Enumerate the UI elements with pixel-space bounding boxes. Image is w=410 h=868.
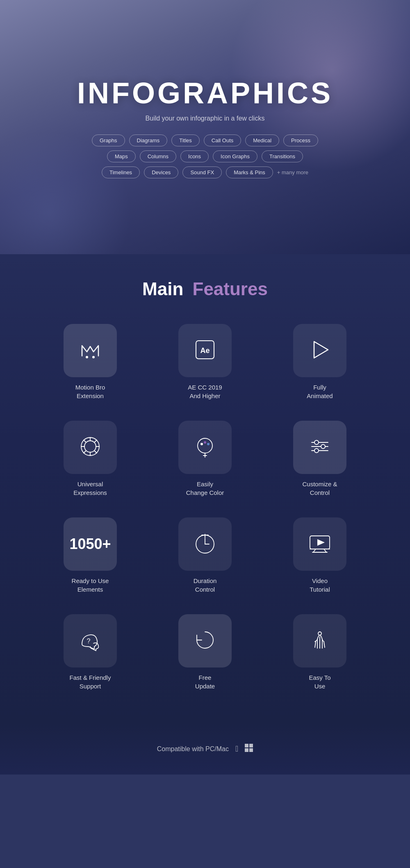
feature-item-customize-control: Customize &Control [275,421,365,497]
svg-line-13 [84,451,86,453]
feature-label-change-color: EasilyChange Color [186,480,224,497]
features-section: Main Features Motion BroExtension Ae AE … [0,254,410,723]
svg-point-15 [198,438,212,453]
apple-icon:  [235,744,238,754]
free-update-icon [193,628,217,654]
svg-line-43 [315,642,316,647]
feature-item-video-tutorial: VideoTutorial [275,517,365,594]
svg-line-12 [94,451,97,453]
feature-label-fast-support: Fast & FriendlySupport [70,673,111,690]
svg-rect-46 [245,744,248,747]
svg-line-36 [324,549,326,552]
tag-item[interactable]: Columns [140,150,176,162]
feature-icon-box-free-update [178,614,232,668]
feature-icon-box-video-tutorial [293,517,346,571]
svg-point-16 [200,443,203,445]
svg-point-26 [314,449,319,453]
compatible-text: Compatible with PC/Mac [157,745,229,753]
tag-item[interactable]: Transitions [262,150,303,162]
feature-icon-box-fast-support: ? [64,614,117,668]
svg-point-18 [207,443,210,445]
feature-label-duration-control: DurationControl [194,576,217,594]
svg-line-35 [313,549,316,552]
svg-line-14 [94,440,97,442]
customize-control-icon [308,434,332,460]
feature-label-easy-to-use: Easy ToUse [309,673,330,690]
tag-item[interactable]: Medical [245,134,279,146]
ae-cc-icon: Ae [193,337,217,364]
tags-row-2: MapsColumnsIconsIcon GraphsTransitions [107,150,303,162]
feature-icon-box-fully-animated [293,324,346,377]
feature-label-video-tutorial: VideoTutorial [310,576,330,594]
feature-item-ae-cc: Ae AE CC 2019And Higher [160,324,250,400]
compatible-section: Compatible with PC/Mac  [0,723,410,775]
fast-support-icon: ? [78,628,102,654]
feature-icon-box-customize-control [293,421,346,474]
windows-icon [245,744,253,754]
svg-line-11 [84,440,86,442]
tag-item[interactable]: Maps [107,150,136,162]
feature-number-ready-elements: 1050+ [69,536,111,552]
tag-item[interactable]: Icon Graphs [213,150,257,162]
feature-icon-box-change-color [178,421,232,474]
more-text: + many more [277,169,308,175]
feature-item-motion-bro: Motion BroExtension [45,324,135,400]
svg-point-45 [318,632,321,635]
svg-line-44 [324,642,325,647]
svg-point-25 [321,444,325,449]
feature-label-free-update: FreeUpdate [195,673,215,690]
duration-control-icon [193,531,217,557]
motion-bro-icon [78,337,102,364]
svg-point-17 [204,441,206,444]
feature-item-universal-expressions: UniversalExpressions [45,421,135,497]
feature-icon-box-duration-control [178,517,232,571]
feature-item-fast-support: ? Fast & FriendlySupport [45,614,135,690]
change-color-icon [193,434,217,460]
tag-item[interactable]: Timelines [102,166,140,178]
tag-item[interactable]: Process [283,134,318,146]
feature-item-free-update: FreeUpdate [160,614,250,690]
tag-item[interactable]: Call Outs [204,134,241,146]
section-title-accent: Features [193,279,268,299]
feature-item-ready-elements: 1050+Ready to UseElements [45,517,135,594]
tag-item[interactable]: Sound FX [182,166,222,178]
feature-label-fully-animated: FullyAnimated [307,383,333,400]
hero-subtitle: Build your own infographic in a few clic… [146,115,265,122]
svg-rect-49 [249,748,253,752]
tags-container: GraphsDiagramsTitlesCall OutsMedicalProc… [92,134,318,178]
hero-title: INFOGRAPHICS [77,76,333,110]
tag-item[interactable]: Devices [144,166,178,178]
feature-icon-box-motion-bro [64,324,117,377]
tag-item[interactable]: Diagrams [129,134,168,146]
feature-item-duration-control: DurationControl [160,517,250,594]
tag-item[interactable]: Marks & Pins [226,166,273,178]
video-tutorial-icon [308,531,332,557]
feature-label-universal-expressions: UniversalExpressions [73,480,107,497]
section-title: Main Features [142,279,268,299]
feature-icon-box-easy-to-use [293,614,346,668]
tag-item[interactable]: Icons [180,150,209,162]
svg-marker-38 [317,539,325,546]
hero-section: INFOGRAPHICS Build your own infographic … [0,0,410,254]
svg-rect-48 [245,748,248,752]
tags-row-3: TimelinesDevicesSound FXMarks & Pins+ ma… [102,166,308,178]
features-grid: Motion BroExtension Ae AE CC 2019And Hig… [45,324,365,690]
easy-to-use-icon [308,628,332,654]
feature-icon-box-ae-cc: Ae [178,324,232,377]
section-title-main: Main [142,279,183,299]
feature-label-ae-cc: AE CC 2019And Higher [188,383,222,400]
svg-text:?: ? [87,638,91,645]
svg-point-1 [92,356,95,358]
fully-animated-icon [308,337,332,364]
universal-expressions-icon [78,434,102,460]
feature-label-motion-bro: Motion BroExtension [75,383,105,400]
feature-label-ready-elements: Ready to UseElements [72,576,109,594]
tags-row-1: GraphsDiagramsTitlesCall OutsMedicalProc… [92,134,318,146]
svg-rect-47 [249,744,253,747]
svg-marker-4 [314,342,328,358]
feature-item-fully-animated: FullyAnimated [275,324,365,400]
tag-item[interactable]: Graphs [92,134,125,146]
feature-item-easy-to-use: Easy ToUse [275,614,365,690]
tag-item[interactable]: Titles [171,134,200,146]
svg-point-0 [86,356,88,358]
